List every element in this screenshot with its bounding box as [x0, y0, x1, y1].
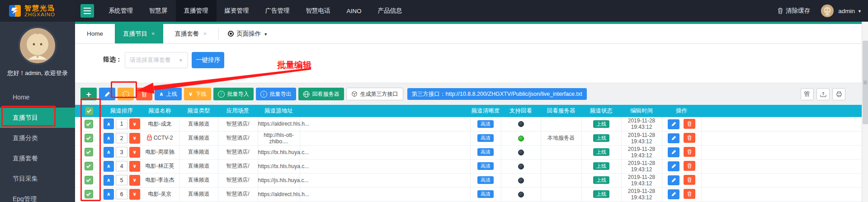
download-icon: ↓ — [260, 91, 267, 98]
edit-row-button[interactable] — [668, 189, 679, 199]
third-party-api-link[interactable]: 第三方接口：http://10.8.8.200/ZHGXTV/Public/js… — [407, 88, 587, 100]
move-down-button[interactable]: ∨ — [129, 133, 140, 144]
trash-icon — [687, 149, 692, 155]
move-down-button[interactable]: ∨ — [129, 189, 140, 200]
vertical-scrollbar[interactable] — [862, 22, 868, 202]
move-down-button[interactable]: ∨ — [129, 118, 140, 129]
menu-toggle-icon[interactable] — [80, 4, 94, 18]
delete-row-button[interactable] — [684, 147, 695, 157]
edit-row-button[interactable] — [668, 161, 679, 171]
delete-row-button[interactable] — [684, 133, 695, 143]
move-up-button[interactable]: ∧ — [104, 175, 114, 186]
row-checkbox[interactable] — [85, 148, 93, 156]
tab-live-programs[interactable]: 直播节目 × — [115, 24, 163, 43]
close-icon[interactable]: × — [203, 30, 207, 37]
move-down-button[interactable]: ∨ — [129, 147, 140, 158]
edit-row-button[interactable] — [668, 133, 679, 143]
select-all-checkbox[interactable] — [85, 107, 94, 115]
online-button[interactable]: ∧上线 — [155, 88, 182, 100]
row-checkbox[interactable] — [85, 176, 93, 184]
move-up-button[interactable]: ∧ — [104, 118, 114, 129]
delete-row-button[interactable] — [684, 189, 695, 199]
playback-indicator[interactable] — [518, 164, 524, 169]
move-up-button[interactable]: ∧ — [104, 133, 114, 144]
sidebar-item-live-categories[interactable]: 直播分类 — [0, 128, 75, 148]
nav-system[interactable]: 系统管理 — [100, 0, 141, 22]
playback-indicator[interactable] — [518, 136, 524, 141]
columns-toggle-button[interactable] — [801, 88, 814, 100]
table-row: ∧ 6 ∨ 电影-吴京 直播频道 智慧酒店/ https://aldirect.… — [75, 187, 862, 201]
scrollbar-thumb[interactable] — [863, 41, 868, 124]
row-checkbox[interactable] — [85, 134, 93, 142]
generate-api-button[interactable]: 生成第三方接口 — [346, 88, 403, 100]
nav-product[interactable]: 产品信息 — [370, 0, 410, 22]
sequence-input[interactable]: 3 — [116, 147, 127, 157]
sidebar-item-live-programs[interactable]: 直播节目 — [0, 108, 75, 128]
playback-indicator[interactable] — [518, 178, 524, 183]
edit-row-button[interactable] — [668, 119, 679, 129]
sequence-input[interactable]: 1 — [116, 119, 127, 129]
cell-scene: 智慧酒店/ — [218, 131, 258, 145]
sequence-input[interactable]: 2 — [116, 133, 127, 143]
batch-edit-button[interactable] — [99, 88, 115, 100]
user-avatar[interactable] — [821, 5, 834, 17]
row-checkbox[interactable] — [85, 120, 93, 128]
cell-edit-time: 2019-11-28 19:43:12 — [621, 173, 662, 187]
edit-row-button[interactable] — [668, 147, 679, 157]
sidebar-item-home[interactable]: Home — [0, 87, 75, 108]
row-checkbox[interactable] — [85, 190, 93, 198]
sidebar-item-epg[interactable]: Epg管理 — [0, 189, 75, 202]
move-up-button[interactable]: ∧ — [104, 161, 114, 172]
move-down-button[interactable]: ∨ — [129, 175, 140, 186]
playback-indicator[interactable] — [518, 150, 524, 155]
nav-media[interactable]: 媒资管理 — [217, 0, 257, 22]
sequence-input[interactable]: 5 — [116, 175, 127, 185]
sidebar-item-live-packages[interactable]: 直播套餐 — [0, 148, 75, 169]
nav-ads[interactable]: 广告管理 — [257, 0, 298, 22]
nav-smartscreen[interactable]: 智慧屏 — [141, 0, 176, 22]
top-navbar: 智慧光迅 ZHGXAINO 系统管理 智慧屏 直播管理 媒资管理 广告管理 智慧… — [0, 0, 868, 22]
sequence-input[interactable]: 6 — [116, 189, 127, 199]
clear-cache-button[interactable]: 清除缓存 — [778, 7, 810, 15]
package-select[interactable]: 请选择直播套餐 ▼ — [125, 52, 188, 68]
user-menu[interactable]: admin ▼ — [838, 8, 862, 14]
col-blank — [300, 105, 470, 117]
cell-select — [75, 117, 103, 131]
close-icon[interactable]: × — [151, 30, 155, 37]
row-checkbox[interactable] — [85, 162, 93, 170]
refresh-button[interactable] — [118, 88, 134, 100]
page-operations-dropdown[interactable]: 页面操作 ▼ — [218, 28, 275, 39]
cell-select — [75, 131, 103, 145]
nav-aino[interactable]: AINO — [339, 0, 370, 22]
tab-live-packages[interactable]: 直播套餐 × — [163, 24, 219, 43]
edit-row-button[interactable] — [668, 175, 679, 185]
tab-home[interactable]: Home — [75, 24, 115, 43]
col-action: 操作 — [662, 105, 701, 117]
nav-live-manage[interactable]: 直播管理 — [176, 0, 217, 22]
sequence-input[interactable]: 4 — [116, 161, 127, 171]
nav-smartphone[interactable]: 智慧电话 — [298, 0, 339, 22]
batch-import-button[interactable]: ↑批量导入 — [213, 88, 254, 100]
status-badge: 上线 — [593, 148, 609, 156]
playback-indicator[interactable] — [518, 121, 524, 127]
sidebar-item-program-capture[interactable]: 节目采集 — [0, 169, 75, 189]
plus-icon: + — [86, 90, 91, 99]
move-up-button[interactable]: ∧ — [104, 147, 114, 158]
delete-button[interactable] — [136, 88, 152, 100]
upload-icon: ↑ — [218, 91, 225, 98]
delete-row-button[interactable] — [684, 175, 695, 185]
delete-row-button[interactable] — [684, 161, 695, 171]
playback-indicator[interactable] — [518, 192, 524, 197]
export-file-button[interactable] — [816, 88, 830, 100]
move-up-button[interactable]: ∧ — [104, 189, 114, 200]
cell-filler — [701, 159, 862, 173]
spinner-icon — [123, 91, 129, 98]
delete-row-button[interactable] — [684, 119, 695, 129]
move-down-button[interactable]: ∨ — [129, 161, 140, 172]
offline-button[interactable]: ∨下线 — [184, 88, 211, 100]
batch-export-button[interactable]: ↓批量导出 — [256, 88, 296, 100]
one-key-sort-button[interactable]: 一键排序 — [192, 52, 224, 68]
print-button[interactable] — [832, 88, 845, 100]
add-button[interactable]: + — [80, 88, 97, 100]
playback-server-button[interactable]: 回看服务器 — [298, 88, 344, 100]
